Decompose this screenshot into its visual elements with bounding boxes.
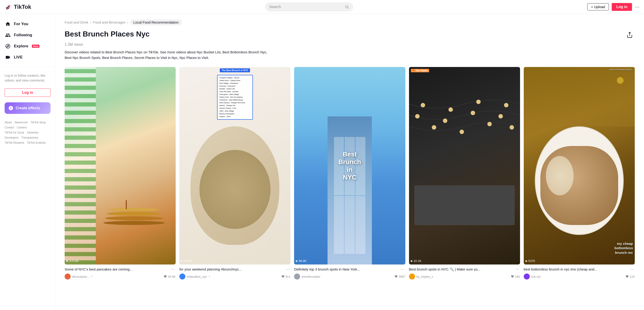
avatar-5 — [524, 273, 530, 279]
heart-icon-3 — [394, 275, 398, 278]
logo[interactable]: TikTok — [4, 3, 31, 11]
effects-icon — [8, 106, 14, 111]
compass-icon — [4, 43, 11, 50]
likes-count-3: 3997 — [399, 275, 405, 278]
video-overlay-3: ▶ 96.8K — [296, 259, 306, 263]
search-icon — [345, 5, 349, 9]
header-login-button[interactable]: Log in — [612, 3, 632, 11]
video-author-5: nck.ryn — [524, 273, 541, 279]
more-button-1[interactable]: ··· — [170, 267, 176, 272]
restaurant-list: Prospect Heights · Astoria Yellow Rose ·… — [217, 75, 253, 120]
footer-tiktokshop[interactable]: TikTok Shop — [31, 121, 46, 124]
top-text-5: some of the best food to... — [610, 68, 634, 71]
sidebar-item-following[interactable]: Following — [0, 30, 55, 41]
search-bar[interactable] — [265, 3, 353, 11]
more-options-button[interactable]: ⋯ — [635, 4, 640, 10]
avatar-3 — [294, 273, 300, 279]
two-hands-badge: 📍 Two Hands — [411, 69, 429, 72]
avatar-2 — [179, 273, 185, 279]
verified-icon-1: ✓ — [90, 275, 93, 278]
footer-about[interactable]: About — [4, 121, 12, 124]
video-card-4[interactable]: 📍 Two Hands ▶ 10.1K Best brunch spots in… — [409, 67, 520, 279]
video-likes-2: 911 — [281, 275, 290, 278]
svg-point-11 — [432, 125, 436, 130]
likes-count-4: 240 — [515, 275, 520, 278]
create-effects-button[interactable]: Create effects — [4, 102, 50, 114]
upload-button[interactable]: + Upload — [587, 3, 609, 11]
share-icon — [626, 32, 633, 38]
sidebar-login-button[interactable]: Log in — [4, 89, 50, 97]
svg-point-12 — [460, 130, 464, 134]
video-thumb-2[interactable]: The Best Brunch in NYC Prospect Heights … — [179, 67, 290, 264]
video-meta-1: devourpow... ✓ 30.8K — [65, 273, 176, 279]
avatar-4 — [409, 273, 415, 279]
svg-point-9 — [471, 111, 475, 115]
video-card-2[interactable]: The Best Brunch in NYC Prospect Heights … — [179, 67, 290, 279]
video-title-2: for your weekend planning #brunchnyc... — [179, 267, 284, 272]
video-card-5[interactable]: some of the best food to... my cheapbott… — [524, 67, 635, 279]
video-thumb-1[interactable]: ▶ 370.6K — [65, 67, 176, 264]
share-button[interactable] — [624, 30, 635, 41]
footer-tiktokembeds[interactable]: TikTok Embeds — [27, 141, 46, 144]
play-icon-4: ▶ — [411, 259, 413, 262]
video-title-3: Definitely top 3 brunch spots in New Yor… — [294, 267, 399, 272]
main-content: Food and Drink › Food and Beverages › Lo… — [56, 14, 644, 310]
play-count-2: 24.2K — [184, 259, 192, 263]
breadcrumb-food-drink[interactable]: Food and Drink — [65, 20, 88, 24]
string-lights — [409, 67, 520, 185]
video-thumb-5[interactable]: some of the best food to... my cheapbott… — [524, 67, 635, 264]
footer-tiktokforgood[interactable]: TikTok for Good — [4, 131, 24, 134]
heart-icon-1 — [164, 275, 167, 278]
footer-advertise[interactable]: Advertise — [27, 131, 38, 134]
footer-developers[interactable]: Developers — [4, 136, 19, 139]
svg-point-8 — [443, 119, 447, 123]
svg-point-4 — [448, 107, 453, 112]
video-title-4: Best brunch spots in NYC 🔍 | Make sure y… — [409, 267, 514, 272]
footer-tiktokrewards[interactable]: TikTok Rewards — [4, 141, 24, 144]
author-name-4: by_hayley_s — [416, 275, 433, 278]
footer-contact[interactable]: Contact — [4, 126, 14, 129]
video-overlay-5: ▶ 5376 — [526, 259, 535, 263]
video-meta-4: by_hayley_s 240 — [409, 273, 520, 279]
header-right: + Upload Log in ⋯ — [587, 3, 640, 11]
play-count-5: 5376 — [528, 259, 535, 263]
video-card-3[interactable]: BestBrunchinNYC ▶ 96.8K Definitely top 3… — [294, 67, 405, 279]
video-card-1[interactable]: ▶ 370.6K Some of NYC's best pancakes are… — [65, 67, 176, 279]
video-thumb-3[interactable]: BestBrunchinNYC ▶ 96.8K — [294, 67, 405, 264]
svg-point-5 — [476, 100, 480, 104]
svg-point-3 — [420, 103, 425, 107]
verified-icon-2: ✓ — [208, 275, 211, 278]
video-title-5: best bottomless brunch in nyc imo (cheap… — [524, 267, 628, 272]
video-meta-3: anicdemurjian 3997 — [294, 273, 405, 279]
video-thumb-4[interactable]: 📍 Two Hands ▶ 10.1K — [409, 67, 520, 264]
explore-new-badge: New — [32, 45, 40, 48]
logo-text: TikTok — [14, 4, 31, 10]
breadcrumb-current: Local Food Recommendation — [130, 20, 182, 25]
sidebar-item-explore[interactable]: Explore New — [0, 41, 55, 52]
sidebar-item-live[interactable]: LIVE — [0, 52, 55, 63]
footer-transparency[interactable]: Transparency — [22, 136, 38, 139]
more-button-2[interactable]: ··· — [285, 267, 290, 272]
video-author-2: infatuation_nyc ✓ — [179, 273, 210, 279]
video-overlay-4: ▶ 10.1K — [411, 259, 422, 263]
search-input[interactable] — [269, 5, 343, 9]
svg-point-13 — [487, 122, 492, 126]
more-button-3[interactable]: ··· — [400, 267, 405, 272]
footer-newsroom[interactable]: Newsroom — [14, 121, 28, 124]
breadcrumb: Food and Drink › Food and Beverages › Lo… — [65, 20, 635, 25]
more-button-4[interactable]: ··· — [515, 267, 520, 272]
login-prompt: Log in to follow creators, like videos, … — [0, 71, 55, 86]
more-button-5[interactable]: ··· — [630, 267, 635, 272]
live-icon — [4, 54, 11, 61]
heart-icon-4 — [511, 275, 514, 278]
sidebar-item-for-you[interactable]: For You — [0, 19, 55, 30]
play-icon-2: ▶ — [181, 259, 183, 262]
layout: For You Following Explore New — [0, 0, 644, 310]
video-meta-5: nck.ryn 115 — [524, 273, 635, 279]
likes-count-2: 911 — [286, 275, 290, 278]
breadcrumb-arrow-1: › — [90, 20, 92, 24]
breadcrumb-food-beverages[interactable]: Food and Beverages — [93, 20, 125, 24]
footer-careers[interactable]: Careers — [17, 126, 27, 129]
sidebar-divider — [0, 67, 55, 67]
play-icon-3: ▶ — [296, 259, 298, 262]
